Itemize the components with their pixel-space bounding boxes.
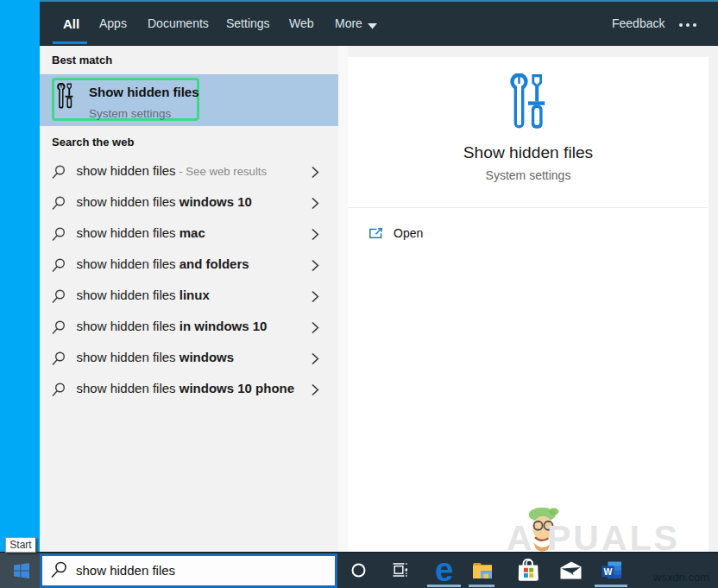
- svg-text:W: W: [604, 566, 613, 577]
